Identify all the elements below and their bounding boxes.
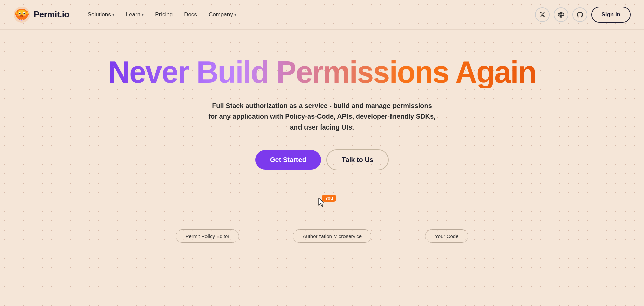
nav-links: Solutions ▾ Learn ▾ Pricing Docs Company…: [83, 9, 241, 21]
github-icon: [577, 12, 583, 18]
pill-permit-policy-editor: Permit Policy Editor: [176, 230, 239, 243]
nav-pricing[interactable]: Pricing: [150, 9, 177, 21]
bottom-pills: Permit Policy Editor Authorization Micro…: [0, 230, 644, 253]
svg-point-10: [24, 13, 25, 14]
company-chevron-icon: ▾: [234, 12, 236, 17]
pill-your-code: Your Code: [425, 230, 468, 243]
logo-text: Permit.io: [34, 9, 70, 20]
learn-chevron-icon: ▾: [142, 12, 144, 17]
logo[interactable]: Permit.io: [13, 6, 70, 23]
svg-point-9: [19, 13, 21, 14]
svg-point-15: [24, 14, 26, 16]
svg-point-12: [24, 13, 24, 13]
svg-point-13: [20, 14, 23, 16]
pill-authorization-microservice: Authorization Microservice: [293, 230, 371, 243]
logo-icon: [13, 6, 30, 23]
slack-icon: [558, 12, 564, 18]
navbar-right: Sign In: [535, 7, 631, 23]
x-twitter-icon: [539, 12, 545, 18]
hero-subtitle: Full Stack authorization as a service - …: [208, 100, 436, 133]
get-started-button[interactable]: Get Started: [255, 150, 321, 170]
svg-point-11: [20, 13, 20, 13]
cursor-area: You: [13, 197, 631, 209]
sign-in-button[interactable]: Sign In: [591, 7, 631, 23]
twitter-button[interactable]: [535, 7, 550, 22]
hero-buttons: Get Started Talk to Us: [255, 149, 389, 170]
you-badge: You: [322, 195, 336, 202]
github-button[interactable]: [572, 7, 587, 22]
talk-to-us-button[interactable]: Talk to Us: [326, 149, 389, 170]
solutions-chevron-icon: ▾: [112, 12, 114, 17]
nav-learn[interactable]: Learn ▾: [121, 9, 148, 21]
cursor-container: You: [317, 197, 327, 209]
hero-section: Never Build Permissions Again Full Stack…: [0, 30, 644, 230]
nav-company[interactable]: Company ▾: [204, 9, 241, 21]
svg-point-14: [17, 14, 19, 16]
hero-title: Never Build Permissions Again: [108, 56, 536, 88]
navbar-left: Permit.io Solutions ▾ Learn ▾ Pricing Do…: [13, 6, 241, 23]
slack-button[interactable]: [554, 7, 568, 22]
nav-docs[interactable]: Docs: [179, 9, 202, 21]
nav-solutions[interactable]: Solutions ▾: [83, 9, 119, 21]
navbar: Permit.io Solutions ▾ Learn ▾ Pricing Do…: [0, 0, 644, 30]
